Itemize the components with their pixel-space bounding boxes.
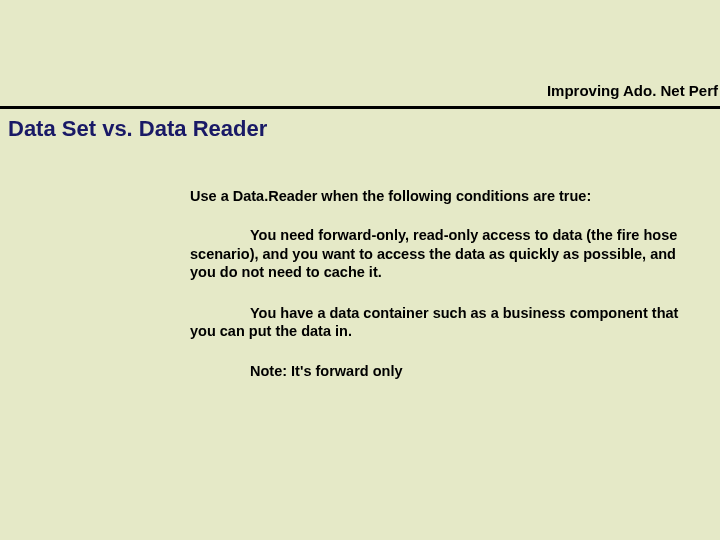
slide-header: Improving Ado. Net Perf: [0, 0, 720, 108]
paragraph-1: You need forward-only, read-only access …: [190, 226, 690, 282]
header-breadcrumb: Improving Ado. Net Perf: [547, 82, 718, 99]
header-divider: [0, 106, 720, 109]
lead-sentence: Use a Data.Reader when the following con…: [190, 188, 690, 204]
slide-title: Data Set vs. Data Reader: [8, 116, 267, 142]
note-line: Note: It's forward only: [250, 363, 690, 379]
slide-body: Use a Data.Reader when the following con…: [190, 188, 690, 379]
slide: Improving Ado. Net Perf Data Set vs. Dat…: [0, 0, 720, 540]
paragraph-2: You have a data container such as a busi…: [190, 304, 690, 341]
